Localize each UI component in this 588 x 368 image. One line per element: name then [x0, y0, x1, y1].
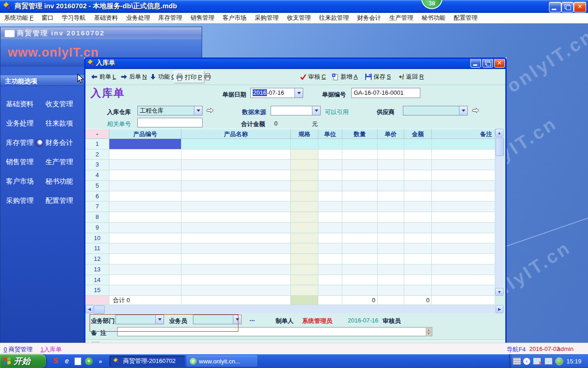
grid-cell[interactable]: [109, 150, 181, 160]
nav-item-secretary[interactable]: 秘书功能: [45, 177, 83, 196]
grid-cell[interactable]: [181, 150, 291, 160]
grid-cell[interactable]: [291, 264, 318, 275]
grid-cell[interactable]: [342, 191, 378, 202]
doc-no-input[interactable]: GA-16-07-16-0001: [351, 88, 420, 98]
grid-cell[interactable]: [181, 170, 291, 181]
network-icon[interactable]: [544, 357, 553, 365]
grid-cell[interactable]: [378, 275, 404, 286]
grid-cell[interactable]: [404, 243, 432, 254]
nav-item-base-data[interactable]: 基础资料: [6, 99, 45, 119]
grid-cell[interactable]: [181, 181, 291, 191]
grid-cell[interactable]: [318, 275, 342, 286]
grid-cell[interactable]: [432, 275, 495, 286]
nav-item-income-expense[interactable]: 收支管理: [45, 99, 83, 119]
spinner-control[interactable]: ▲▼: [426, 328, 431, 336]
return-button[interactable]: 返回R: [396, 71, 425, 82]
warehouse-combo[interactable]: 工程仓库: [137, 106, 203, 115]
print-button[interactable]: 打印P: [174, 71, 204, 83]
save-button[interactable]: 保存S: [363, 71, 393, 82]
grid-cell[interactable]: [181, 264, 291, 275]
grid-cell[interactable]: [378, 201, 404, 212]
antivirus-icon[interactable]: [555, 357, 563, 365]
grid-cell[interactable]: [318, 285, 342, 296]
grid-cell[interactable]: [342, 181, 378, 191]
grid-cell[interactable]: [181, 275, 291, 286]
nav-item-config[interactable]: 配置管理: [45, 196, 83, 215]
grid-cell[interactable]: [109, 139, 181, 150]
grid-cell[interactable]: [432, 191, 495, 202]
grid-cell[interactable]: [378, 160, 404, 170]
grid-cell[interactable]: [378, 170, 404, 181]
menu-learn[interactable]: 学习导航: [58, 13, 90, 23]
hand-pointer-icon[interactable]: [206, 107, 214, 114]
grid-cell[interactable]: [181, 191, 291, 202]
document-icon[interactable]: [74, 357, 81, 365]
grid-cell[interactable]: [318, 254, 342, 264]
grid-cell[interactable]: [318, 201, 342, 212]
grid-cell[interactable]: [432, 243, 495, 254]
minimize-button[interactable]: [470, 58, 481, 68]
grid-cell[interactable]: [181, 285, 291, 296]
grid-cell[interactable]: [342, 160, 378, 170]
grid-cell[interactable]: [291, 254, 318, 264]
grid-cell[interactable]: [432, 139, 495, 150]
nav-item-sales[interactable]: 销售管理: [6, 157, 45, 177]
nav-section-header[interactable]: 主功能选项: [0, 75, 85, 86]
scrollbar-thumb[interactable]: [496, 138, 504, 156]
restore-button[interactable]: [482, 58, 493, 68]
grid-cell[interactable]: [291, 170, 318, 181]
grid-cell[interactable]: [291, 285, 318, 296]
menu-finance[interactable]: 财务会计: [353, 13, 385, 23]
ie-icon[interactable]: e: [63, 357, 71, 365]
close-icon[interactable]: ✕: [494, 58, 505, 68]
grid-cell[interactable]: [318, 223, 342, 233]
more-button[interactable]: ...: [249, 315, 255, 322]
grid-cell[interactable]: [109, 233, 181, 244]
scroll-up-icon[interactable]: ▲: [495, 129, 503, 137]
grid-cell[interactable]: [318, 212, 342, 223]
grid-cell[interactable]: [432, 170, 495, 181]
grid-cell[interactable]: [342, 139, 378, 150]
grid-cell[interactable]: [342, 285, 378, 296]
close-icon[interactable]: ✕: [574, 2, 586, 12]
grid-cell[interactable]: [378, 139, 404, 150]
menu-base-data[interactable]: 基础资料: [90, 13, 122, 23]
messenger-icon[interactable]: S: [51, 357, 59, 365]
grid-cell[interactable]: [109, 223, 181, 233]
grid-cell[interactable]: [291, 275, 318, 286]
main-titlebar[interactable]: 商贸管理 inv 20160702 - 本地服务-db\正式信息.mdb 38 …: [0, 0, 588, 13]
green-plus-icon[interactable]: +: [85, 357, 93, 365]
grid-cell[interactable]: [404, 181, 432, 191]
nav-item-accounts[interactable]: 往来款项: [45, 119, 83, 138]
grid-cell[interactable]: [342, 170, 378, 181]
grid-cell[interactable]: [318, 243, 342, 254]
print-preview-button[interactable]: [202, 71, 213, 82]
audit-button[interactable]: 审核C: [298, 71, 328, 82]
grid-cell[interactable]: [432, 150, 495, 160]
grid-cell[interactable]: [378, 285, 404, 296]
grid-cell[interactable]: [342, 223, 378, 233]
source-combo[interactable]: [271, 106, 321, 115]
grid-cell[interactable]: [291, 201, 318, 212]
scroll-right-icon[interactable]: ▶: [496, 305, 503, 313]
grid-cell[interactable]: [181, 201, 291, 212]
grid-cell[interactable]: [181, 223, 291, 233]
next-doc-button[interactable]: 后单N: [119, 71, 148, 82]
grid-cell[interactable]: [109, 275, 181, 286]
network-disconnected-icon[interactable]: ✕: [532, 357, 542, 365]
grid-cell[interactable]: [378, 223, 404, 233]
grid-cell[interactable]: [378, 243, 404, 254]
grid-cell[interactable]: [318, 191, 342, 202]
grid-cell[interactable]: [291, 181, 318, 191]
grid-cell[interactable]: [432, 181, 495, 191]
grid-cell[interactable]: [342, 275, 378, 286]
hand-pointer-icon[interactable]: [471, 107, 480, 114]
grid-cell[interactable]: [378, 191, 404, 202]
chevron-more-icon[interactable]: »: [96, 357, 104, 365]
grid-cell[interactable]: [432, 160, 495, 170]
grid-cell[interactable]: [342, 264, 378, 275]
grid-cell[interactable]: [318, 170, 342, 181]
nav-item-finance[interactable]: 财务会计: [45, 138, 83, 157]
grid-cell[interactable]: [181, 233, 291, 244]
grid-cell[interactable]: [404, 212, 432, 223]
